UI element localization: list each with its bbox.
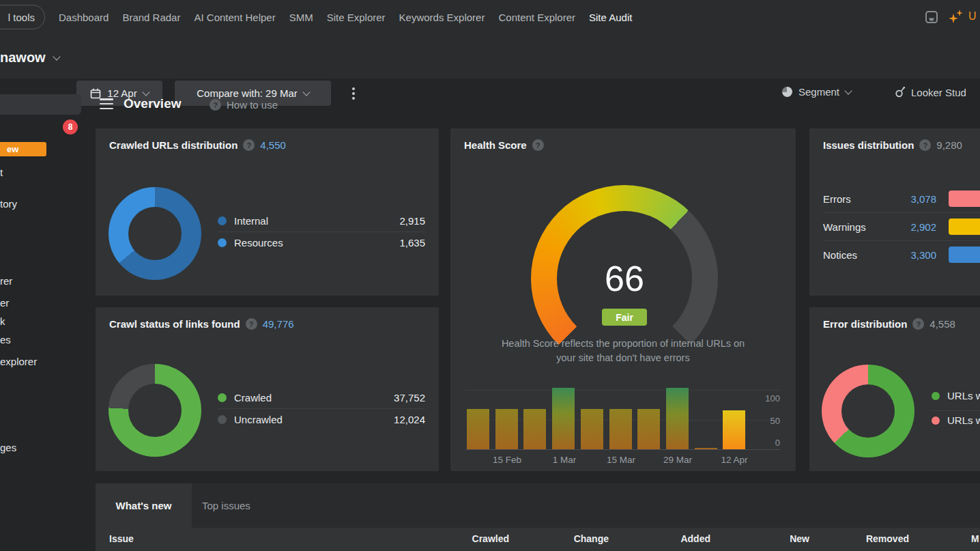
looker-studio-label: Looker Stud [911, 87, 966, 98]
nav-ai-content-helper[interactable]: AI Content Helper [194, 12, 275, 23]
legend-value: 37,752 [394, 392, 425, 404]
health-history-bar [523, 409, 546, 449]
sidebar-item-fragment[interactable]: rer [0, 275, 12, 287]
all-tools-button[interactable]: l tools [0, 5, 45, 29]
card-title: Issues distribution [823, 139, 914, 151]
y-axis-tick: 50 [737, 416, 780, 426]
row-value-link[interactable]: 3,300 [889, 249, 936, 261]
health-history-bar [666, 388, 689, 449]
sidebar-item-fragment[interactable]: er [0, 297, 9, 309]
health-score-rating-badge: Fair [602, 309, 647, 326]
card-title: Error distribution [823, 318, 907, 330]
crawl-status-card: Crawl status of links found ? 49,776 Cra… [96, 307, 439, 471]
help-icon[interactable]: ? [912, 318, 924, 330]
sidebar-item-fragment[interactable]: es [0, 334, 11, 346]
calendar-icon [90, 88, 101, 99]
crawled-urls-donut [109, 187, 201, 280]
issues-row-notices: Notices 3,300 [823, 241, 980, 269]
legend-row: Crawled 37,752 [218, 387, 425, 408]
crawl-status-total-link[interactable]: 49,776 [263, 318, 294, 330]
issues-distribution-card: Issues distribution ? 9,280 Errors 3,078… [809, 128, 980, 296]
notices-bar [949, 246, 980, 263]
health-score-value: 66 [556, 258, 693, 299]
legend-dot [218, 216, 227, 225]
col-header-clipped[interactable]: M [971, 533, 979, 544]
nav-brand-radar[interactable]: Brand Radar [122, 12, 180, 23]
tab-whats-new[interactable]: What's new [96, 483, 192, 528]
looker-studio-button[interactable]: Looker Stud [895, 86, 966, 98]
legend-dot [932, 392, 940, 400]
sparkles-icon[interactable] [947, 9, 966, 26]
col-header-change[interactable]: Change [541, 533, 609, 544]
tab-top-issues[interactable]: Top issues [202, 483, 250, 528]
project-selector[interactable]: nawow [0, 50, 59, 66]
crawled-urls-legend: Internal 2,915 Resources 1,635 [218, 210, 425, 253]
health-history-chart [465, 382, 780, 449]
sidebar-item-fragment[interactable]: explorer [0, 356, 37, 368]
segment-label: Segment [798, 86, 839, 98]
legend-dot [932, 416, 940, 425]
row-value-link[interactable]: 3,078 [889, 193, 936, 205]
legend-dot [218, 393, 227, 402]
health-score-card: Health Score ? 66 Fair Health Score refl… [450, 128, 796, 471]
error-dist-total: 4,558 [929, 318, 955, 330]
help-icon: ? [210, 99, 221, 111]
nav-smm[interactable]: SMM [289, 12, 313, 23]
help-icon[interactable]: ? [532, 139, 544, 151]
more-options-button[interactable] [347, 85, 360, 102]
legend-row: URLs w [932, 414, 980, 426]
legend-label: URLs w [947, 414, 980, 426]
nav-content-explorer[interactable]: Content Explorer [498, 12, 575, 23]
device-icon[interactable] [924, 10, 939, 25]
nav-site-audit[interactable]: Site Audit [589, 12, 632, 23]
nav-keywords-explorer[interactable]: Keywords Explorer [399, 12, 485, 23]
health-history-bar [495, 409, 518, 449]
nav-site-explorer[interactable]: Site Explorer [327, 12, 386, 23]
legend-label: Internal [234, 215, 268, 227]
y-axis-tick: 100 [737, 393, 780, 404]
sidebar-new-badge: ew [0, 142, 46, 156]
sidebar-toggle-icon[interactable] [100, 98, 113, 109]
col-header-removed[interactable]: Removed [841, 533, 909, 544]
sidebar-item-fragment[interactable]: tory [0, 198, 17, 210]
health-history-bar [637, 409, 660, 449]
health-history-bar [695, 448, 717, 449]
col-header-new[interactable]: New [741, 533, 809, 544]
legend-label: Resources [234, 237, 283, 249]
crawled-urls-card: Crawled URLs distribution ? 4,550 Intern… [96, 128, 439, 296]
top-nav-items: Dashboard Brand Radar AI Content Helper … [59, 0, 632, 34]
errors-bar [949, 190, 980, 207]
chevron-down-icon [142, 88, 149, 96]
help-icon[interactable]: ? [243, 139, 255, 151]
x-axis-tick: 15 Feb [480, 455, 534, 465]
col-header-crawled[interactable]: Crawled [441, 533, 509, 544]
how-to-use[interactable]: ? How to use [210, 99, 278, 111]
help-icon[interactable]: ? [246, 318, 257, 330]
legend-label: URLs w [947, 390, 980, 401]
legend-value: 12,024 [394, 414, 425, 425]
crawled-urls-total-link[interactable]: 4,550 [260, 139, 286, 151]
sidebar-item-fragment[interactable]: k [0, 315, 5, 328]
health-history-bar [552, 388, 575, 449]
legend-row: URLs w [932, 390, 980, 401]
segment-button[interactable]: Segment [782, 86, 851, 98]
compare-label: Compare with: 29 Mar [197, 87, 298, 99]
site-audit-dashboard: l tools Dashboard Brand Radar AI Content… [0, 0, 980, 551]
page-title: Overview [124, 96, 182, 111]
col-header-issue[interactable]: Issue [109, 533, 134, 544]
nav-dashboard[interactable]: Dashboard [59, 12, 109, 23]
x-axis-tick: 29 Mar [650, 455, 705, 465]
card-title: Health Score [464, 139, 527, 151]
col-header-added[interactable]: Added [642, 533, 710, 544]
help-icon[interactable]: ? [919, 139, 931, 151]
health-history-bar [581, 409, 603, 449]
row-value-link[interactable]: 2,902 [889, 221, 936, 233]
sidebar-item-fragment[interactable]: t [0, 167, 3, 179]
issues-total: 9,280 [936, 139, 962, 151]
error-distribution-card: Error distribution ? 4,558 URLs w URLs w [809, 307, 980, 471]
crawl-status-donut [109, 364, 201, 457]
sidebar-item-fragment[interactable]: ges [0, 442, 16, 454]
sidebar-crawl-selector[interactable] [0, 94, 81, 115]
upgrade-link[interactable]: U [968, 10, 977, 23]
legend-label: Uncrawled [234, 414, 283, 425]
